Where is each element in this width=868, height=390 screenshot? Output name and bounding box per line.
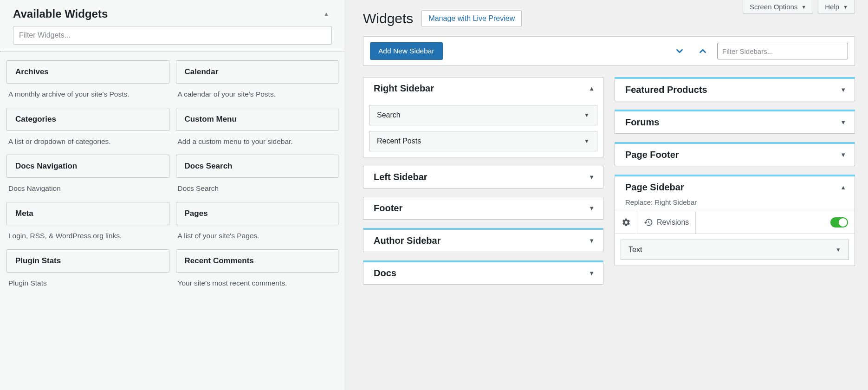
available-widget-desc: Docs Search bbox=[176, 178, 339, 196]
filter-widgets-input[interactable] bbox=[13, 26, 332, 45]
sidebar-featured-products: Featured Products ▼ bbox=[615, 77, 855, 101]
sidebar-left-sidebar: Left Sidebar ▼ bbox=[363, 166, 603, 188]
expand-all-icon[interactable] bbox=[671, 44, 688, 58]
screen-options-label: Screen Options bbox=[750, 3, 797, 11]
available-widget-desc: A monthly archive of your site's Posts. bbox=[6, 84, 169, 102]
sidebar-title: Docs bbox=[374, 268, 396, 279]
sidebar-header-left-sidebar[interactable]: Left Sidebar ▼ bbox=[363, 166, 603, 188]
available-widget-title[interactable]: Recent Comments bbox=[176, 249, 339, 273]
sidebar-header-author-sidebar[interactable]: Author Sidebar ▼ bbox=[363, 230, 603, 252]
sidebar-header-page-footer[interactable]: Page Footer ▼ bbox=[615, 144, 855, 166]
sidebar-header-forums[interactable]: Forums ▼ bbox=[615, 111, 855, 133]
widget-item-text[interactable]: Text ▼ bbox=[621, 240, 849, 260]
sidebar-header-docs[interactable]: Docs ▼ bbox=[363, 262, 603, 284]
revisions-label: Revisions bbox=[657, 218, 689, 227]
widget-item-label: Search bbox=[377, 111, 401, 119]
available-widget-card: CategoriesA list or dropdown of categori… bbox=[6, 108, 169, 150]
available-widget-title[interactable]: Docs Navigation bbox=[6, 155, 169, 178]
widget-item-recent-posts[interactable]: Recent Posts ▼ bbox=[369, 131, 597, 151]
available-widget-card: MetaLogin, RSS, & WordPress.org links. bbox=[6, 202, 169, 244]
available-widget-title[interactable]: Categories bbox=[6, 108, 169, 131]
collapse-available-widgets-icon[interactable]: ▲ bbox=[321, 8, 332, 20]
sidebar-page-footer: Page Footer ▼ bbox=[615, 142, 855, 166]
sidebar-title: Forums bbox=[625, 117, 659, 128]
sidebar-header-page-sidebar[interactable]: Page Sidebar ▲ bbox=[615, 176, 855, 198]
widget-item-search[interactable]: Search ▼ bbox=[369, 105, 597, 125]
available-widget-card: Recent CommentsYour site's most recent c… bbox=[176, 249, 339, 291]
available-widget-title[interactable]: Pages bbox=[176, 202, 339, 225]
available-widget-card: CalendarA calendar of your site's Posts. bbox=[176, 60, 339, 102]
caret-down-icon: ▼ bbox=[589, 237, 595, 244]
sidebar-footer: Footer ▼ bbox=[363, 197, 603, 220]
available-widget-card: Docs NavigationDocs Navigation bbox=[6, 155, 169, 196]
help-tab[interactable]: Help ▼ bbox=[818, 0, 855, 14]
available-widget-desc: Docs Navigation bbox=[6, 178, 169, 196]
available-widget-title[interactable]: Meta bbox=[6, 202, 169, 225]
filter-sidebars-input[interactable] bbox=[717, 43, 848, 59]
available-widget-desc: A calendar of your site's Posts. bbox=[176, 84, 339, 102]
caret-down-icon: ▼ bbox=[840, 151, 846, 158]
caret-down-icon: ▼ bbox=[589, 174, 595, 181]
available-widgets-panel: Available Widgets ▲ ArchivesA monthly ar… bbox=[0, 0, 345, 390]
caret-down-icon: ▼ bbox=[589, 270, 595, 277]
sidebar-title: Page Sidebar bbox=[625, 182, 684, 193]
sidebar-title: Footer bbox=[374, 203, 402, 214]
sidebar-forums: Forums ▼ bbox=[615, 110, 855, 134]
available-widget-desc: Add a custom menu to your sidebar. bbox=[176, 131, 339, 150]
available-widget-title[interactable]: Calendar bbox=[176, 60, 339, 84]
available-widget-title[interactable]: Archives bbox=[6, 60, 169, 84]
sidebar-header-right-sidebar[interactable]: Right Sidebar ▲ bbox=[363, 78, 603, 99]
available-widgets-scroll[interactable]: ArchivesA monthly archive of your site's… bbox=[0, 52, 345, 390]
caret-up-icon: ▲ bbox=[840, 184, 846, 191]
caret-down-icon: ▼ bbox=[584, 112, 589, 118]
gear-icon bbox=[622, 218, 631, 227]
sidebar-page-sidebar: Page Sidebar ▲ Replace: Right Sidebar Re… bbox=[615, 175, 855, 266]
caret-down-icon: ▼ bbox=[801, 4, 806, 10]
caret-down-icon: ▼ bbox=[589, 205, 595, 212]
available-widget-card: ArchivesA monthly archive of your site's… bbox=[6, 60, 169, 102]
sidebar-author-sidebar: Author Sidebar ▼ bbox=[363, 228, 603, 252]
caret-down-icon: ▼ bbox=[836, 247, 841, 253]
sidebar-enable-toggle[interactable] bbox=[830, 217, 848, 228]
screen-options-tab[interactable]: Screen Options ▼ bbox=[743, 0, 813, 14]
caret-up-icon: ▲ bbox=[589, 85, 595, 92]
available-widget-desc: Plugin Stats bbox=[6, 273, 169, 291]
available-widget-card: Plugin StatsPlugin Stats bbox=[6, 249, 169, 291]
available-widget-card: Custom MenuAdd a custom menu to your sid… bbox=[176, 108, 339, 150]
caret-down-icon: ▼ bbox=[584, 138, 589, 144]
caret-down-icon: ▼ bbox=[840, 86, 846, 93]
caret-down-icon: ▼ bbox=[843, 4, 848, 10]
sidebar-revisions-button[interactable]: Revisions bbox=[637, 211, 696, 234]
sidebar-header-featured-products[interactable]: Featured Products ▼ bbox=[615, 79, 855, 101]
available-widget-card: PagesA list of your site's Pages. bbox=[176, 202, 339, 244]
sidebar-subtitle: Replace: Right Sidebar bbox=[615, 198, 855, 211]
sidebar-settings-button[interactable] bbox=[615, 211, 637, 234]
available-widget-title[interactable]: Custom Menu bbox=[176, 108, 339, 131]
available-widget-title[interactable]: Docs Search bbox=[176, 155, 339, 178]
caret-down-icon: ▼ bbox=[840, 119, 846, 126]
available-widget-title[interactable]: Plugin Stats bbox=[6, 249, 169, 273]
page-title: Widgets bbox=[363, 11, 413, 26]
available-widget-card: Docs SearchDocs Search bbox=[176, 155, 339, 196]
sidebar-header-footer[interactable]: Footer ▼ bbox=[363, 197, 603, 219]
sidebar-title: Featured Products bbox=[625, 84, 707, 95]
main-panel: Screen Options ▼ Help ▼ Widgets Manage w… bbox=[345, 0, 868, 390]
sidebar-title: Left Sidebar bbox=[374, 172, 428, 182]
available-widget-desc: A list or dropdown of categories. bbox=[6, 131, 169, 150]
sidebar-docs: Docs ▼ bbox=[363, 260, 603, 285]
history-icon bbox=[644, 218, 653, 227]
available-widget-desc: A list of your site's Pages. bbox=[176, 225, 339, 244]
manage-live-preview-button[interactable]: Manage with Live Preview bbox=[421, 10, 522, 27]
help-label: Help bbox=[825, 3, 839, 11]
sidebar-title: Right Sidebar bbox=[374, 83, 434, 94]
sidebar-right-sidebar: Right Sidebar ▲ Search ▼ Recent Posts ▼ bbox=[363, 77, 603, 157]
sidebars-toolbar: Add New Sidebar bbox=[363, 36, 855, 66]
widget-item-label: Text bbox=[628, 246, 642, 254]
available-widget-desc: Your site's most recent comments. bbox=[176, 273, 339, 291]
sidebar-title: Author Sidebar bbox=[374, 235, 440, 246]
sidebar-title: Page Footer bbox=[625, 150, 679, 160]
collapse-all-icon[interactable] bbox=[694, 44, 712, 58]
add-new-sidebar-button[interactable]: Add New Sidebar bbox=[370, 42, 443, 60]
available-widgets-heading: Available Widgets bbox=[13, 7, 108, 20]
available-widget-desc: Login, RSS, & WordPress.org links. bbox=[6, 225, 169, 244]
